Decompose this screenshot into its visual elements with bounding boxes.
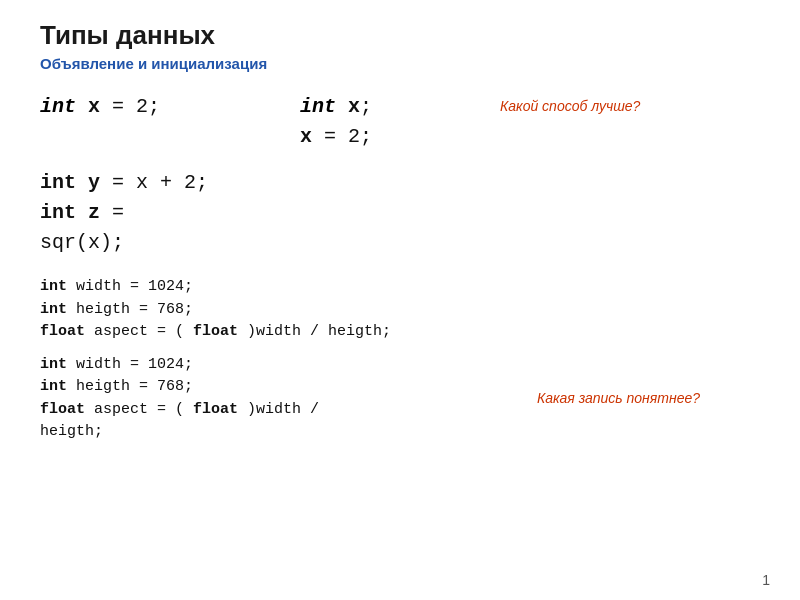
section4-width2-text: width = 1024;	[76, 356, 193, 373]
slide-page: Типы данных Объявление и инициализация i…	[0, 0, 800, 600]
section2: int y = x + 2; int z = sqr(x);	[40, 168, 760, 258]
section4-heigth2-text: heigth = 768;	[76, 378, 193, 395]
section3-line3: float aspect = ( float )width / heigth;	[40, 321, 760, 344]
page-title: Типы данных	[40, 20, 760, 51]
kw-int-y: int	[40, 171, 76, 194]
section4-code: int width = 1024; int heigth = 768; floa…	[40, 354, 319, 444]
section1-right: int x; x = 2;	[300, 92, 480, 152]
section1-right-line1: int x;	[300, 92, 480, 122]
section1-right-line2: x = 2;	[300, 122, 480, 152]
kw-int-heigth2: int	[40, 378, 67, 395]
section4-question: Какая запись понятнее?	[537, 390, 700, 406]
kw-float1: float	[40, 323, 85, 340]
section1-left-code: int x = 2;	[40, 92, 300, 122]
kw-int-heigth1: int	[40, 301, 67, 318]
kw-int-width2: int	[40, 356, 67, 373]
section3-line1: int width = 1024;	[40, 276, 760, 299]
section3-aspect1-post: )width / heigth;	[247, 323, 391, 340]
section4-heigth-end: heigth;	[40, 423, 103, 440]
kw-float-cast2: float	[193, 401, 238, 418]
section1-right-x: x;	[348, 95, 372, 118]
subtitle: Объявление и инициализация	[40, 55, 760, 72]
kw-int-width1: int	[40, 278, 67, 295]
section2-line1: int y = x + 2;	[40, 168, 760, 198]
section4-block: int width = 1024; int heigth = 768; floa…	[40, 354, 319, 444]
section1-left: int x = 2;	[40, 92, 300, 122]
section4: int width = 1024; int heigth = 768; floa…	[40, 354, 760, 444]
section2-line2: int z =	[40, 198, 760, 228]
section2-z-text: z =	[88, 201, 124, 224]
section4-line2: int heigth = 768;	[40, 376, 319, 399]
kw-float-cast1: float	[193, 323, 238, 340]
section4-line1: int width = 1024;	[40, 354, 319, 377]
section3: int width = 1024; int heigth = 768; floa…	[40, 276, 760, 344]
section4-line3: float aspect = ( float )width /	[40, 399, 319, 422]
section1-question: Какой способ лучше?	[500, 98, 640, 114]
section1: int x = 2; int x; x = 2; Какой способ лу…	[40, 92, 760, 152]
kw-int-2: int	[300, 95, 336, 118]
section4-line4: heigth;	[40, 421, 319, 444]
section1-left-text: x = 2;	[88, 95, 160, 118]
section2-line3: sqr(x);	[40, 228, 760, 258]
section2-y-text: y = x + 2;	[88, 171, 208, 194]
section3-width1-text: width = 1024;	[76, 278, 193, 295]
kw-int-1: int	[40, 95, 76, 118]
kw-float2: float	[40, 401, 85, 418]
section3-aspect1-pre: aspect = (	[94, 323, 184, 340]
section4-question-wrapper: Какая запись понятнее?	[319, 354, 760, 406]
section1-x-assign: x = 2;	[300, 125, 372, 148]
page-number: 1	[762, 572, 770, 588]
section4-aspect2-post: )width /	[247, 401, 319, 418]
kw-int-z: int	[40, 201, 76, 224]
section2-sqr: sqr(x);	[40, 231, 124, 254]
section3-line2: int heigth = 768;	[40, 299, 760, 322]
section4-aspect2-pre: aspect = (	[94, 401, 184, 418]
section3-heigth1-text: heigth = 768;	[76, 301, 193, 318]
